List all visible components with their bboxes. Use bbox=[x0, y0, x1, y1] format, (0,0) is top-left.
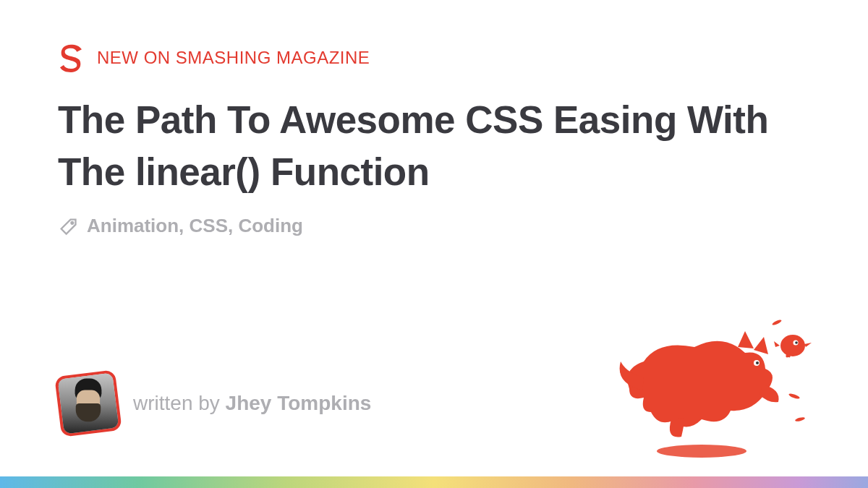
tags-text: Animation, CSS, Coding bbox=[87, 215, 303, 237]
svg-point-3 bbox=[795, 341, 798, 344]
article-title: The Path To Awesome CSS Easing With The … bbox=[58, 94, 810, 197]
byline-text: written by Jhey Tompkins bbox=[133, 392, 371, 415]
tags-row: Animation, CSS, Coding bbox=[58, 215, 810, 237]
author-avatar bbox=[54, 369, 122, 437]
byline-prefix: written by bbox=[133, 392, 226, 414]
kicker-text: NEW ON SMASHING MAGAZINE bbox=[97, 48, 370, 68]
smashing-cat-mascot-icon bbox=[615, 318, 832, 463]
svg-point-4 bbox=[772, 319, 783, 326]
svg-point-0 bbox=[71, 222, 73, 224]
svg-point-5 bbox=[788, 393, 801, 400]
smashing-logo-icon bbox=[58, 43, 84, 72]
svg-point-9 bbox=[657, 445, 746, 458]
tag-icon bbox=[58, 216, 78, 236]
svg-point-8 bbox=[756, 361, 759, 364]
author-name: Jhey Tompkins bbox=[226, 392, 372, 414]
byline: written by Jhey Tompkins bbox=[58, 373, 371, 434]
svg-point-1 bbox=[780, 335, 805, 356]
svg-point-6 bbox=[795, 416, 806, 422]
header-kicker-row: NEW ON SMASHING MAGAZINE bbox=[58, 43, 810, 72]
rainbow-footer-bar bbox=[0, 476, 868, 488]
